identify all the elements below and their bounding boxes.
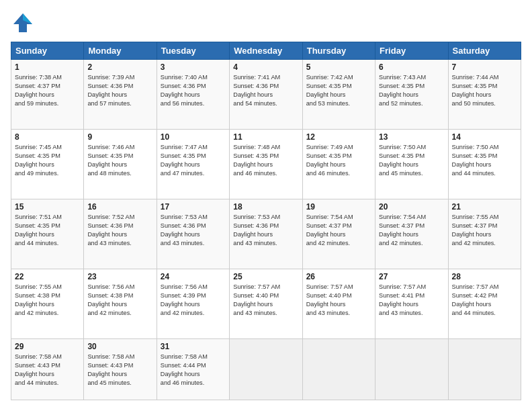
day-number: 5 xyxy=(306,62,371,72)
calendar-cell: 12 Sunrise: 7:49 AMSunset: 4:35 PMDaylig… xyxy=(302,130,375,199)
day-number: 10 xyxy=(161,132,226,142)
day-number: 24 xyxy=(161,272,226,281)
day-info: Sunrise: 7:50 AMSunset: 4:35 PMDaylight … xyxy=(452,144,499,177)
day-info: Sunrise: 7:54 AMSunset: 4:37 PMDaylight … xyxy=(306,214,353,246)
day-info: Sunrise: 7:57 AMSunset: 4:40 PMDaylight … xyxy=(306,283,353,316)
calendar-cell: 16 Sunrise: 7:52 AMSunset: 4:36 PMDaylig… xyxy=(84,199,157,269)
day-info: Sunrise: 7:57 AMSunset: 4:41 PMDaylight … xyxy=(379,283,426,316)
day-info: Sunrise: 7:56 AMSunset: 4:38 PMDaylight … xyxy=(87,283,134,316)
page: Sunday Monday Tuesday Wednesday Thursday… xyxy=(0,0,532,411)
calendar-cell: 1 Sunrise: 7:38 AMSunset: 4:37 PMDayligh… xyxy=(11,60,84,130)
day-number: 18 xyxy=(233,202,298,212)
calendar-cell xyxy=(230,339,302,400)
day-info: Sunrise: 7:43 AMSunset: 4:35 PMDaylight … xyxy=(379,74,426,107)
day-info: Sunrise: 7:39 AMSunset: 4:36 PMDaylight … xyxy=(87,74,134,107)
calendar-cell: 28 Sunrise: 7:57 AMSunset: 4:42 PMDaylig… xyxy=(448,269,521,339)
header xyxy=(11,11,521,35)
day-info: Sunrise: 7:42 AMSunset: 4:35 PMDaylight … xyxy=(306,74,353,107)
day-number: 27 xyxy=(379,272,444,281)
day-info: Sunrise: 7:55 AMSunset: 4:37 PMDaylight … xyxy=(452,214,499,246)
calendar-cell: 27 Sunrise: 7:57 AMSunset: 4:41 PMDaylig… xyxy=(375,269,448,339)
day-number: 11 xyxy=(233,132,298,142)
day-info: Sunrise: 7:44 AMSunset: 4:35 PMDaylight … xyxy=(452,74,499,107)
logo-icon xyxy=(11,11,35,35)
header-friday: Friday xyxy=(375,42,448,60)
day-info: Sunrise: 7:57 AMSunset: 4:42 PMDaylight … xyxy=(452,283,499,316)
calendar-cell: 11 Sunrise: 7:48 AMSunset: 4:35 PMDaylig… xyxy=(230,130,302,199)
calendar-cell: 14 Sunrise: 7:50 AMSunset: 4:35 PMDaylig… xyxy=(448,130,521,199)
day-info: Sunrise: 7:58 AMSunset: 4:43 PMDaylight … xyxy=(87,353,134,386)
day-number: 23 xyxy=(87,272,152,281)
calendar-cell: 13 Sunrise: 7:50 AMSunset: 4:35 PMDaylig… xyxy=(375,130,448,199)
day-info: Sunrise: 7:38 AMSunset: 4:37 PMDaylight … xyxy=(15,74,62,107)
calendar-cell: 4 Sunrise: 7:41 AMSunset: 4:36 PMDayligh… xyxy=(230,60,302,130)
calendar-cell: 26 Sunrise: 7:57 AMSunset: 4:40 PMDaylig… xyxy=(302,269,375,339)
day-number: 29 xyxy=(15,342,80,351)
day-number: 30 xyxy=(87,342,152,351)
day-info: Sunrise: 7:53 AMSunset: 4:36 PMDaylight … xyxy=(161,214,208,246)
calendar-cell: 3 Sunrise: 7:40 AMSunset: 4:36 PMDayligh… xyxy=(157,60,229,130)
header-monday: Monday xyxy=(84,42,157,60)
calendar-cell: 18 Sunrise: 7:53 AMSunset: 4:36 PMDaylig… xyxy=(230,199,302,269)
day-number: 31 xyxy=(161,342,226,351)
calendar-cell: 17 Sunrise: 7:53 AMSunset: 4:36 PMDaylig… xyxy=(157,199,229,269)
calendar-table: Sunday Monday Tuesday Wednesday Thursday… xyxy=(11,42,521,400)
header-thursday: Thursday xyxy=(302,42,375,60)
calendar-cell: 30 Sunrise: 7:58 AMSunset: 4:43 PMDaylig… xyxy=(84,339,157,400)
calendar-cell: 10 Sunrise: 7:47 AMSunset: 4:35 PMDaylig… xyxy=(157,130,229,199)
day-number: 14 xyxy=(452,132,517,142)
calendar-cell: 24 Sunrise: 7:56 AMSunset: 4:39 PMDaylig… xyxy=(157,269,229,339)
calendar-cell: 29 Sunrise: 7:58 AMSunset: 4:43 PMDaylig… xyxy=(11,339,84,400)
day-info: Sunrise: 7:54 AMSunset: 4:37 PMDaylight … xyxy=(379,214,426,246)
day-number: 2 xyxy=(87,62,152,72)
calendar-cell: 19 Sunrise: 7:54 AMSunset: 4:37 PMDaylig… xyxy=(302,199,375,269)
day-number: 15 xyxy=(15,202,80,212)
header-wednesday: Wednesday xyxy=(230,42,302,60)
calendar-cell: 15 Sunrise: 7:51 AMSunset: 4:35 PMDaylig… xyxy=(11,199,84,269)
day-info: Sunrise: 7:50 AMSunset: 4:35 PMDaylight … xyxy=(379,144,426,177)
day-info: Sunrise: 7:55 AMSunset: 4:38 PMDaylight … xyxy=(15,283,62,316)
calendar-cell: 22 Sunrise: 7:55 AMSunset: 4:38 PMDaylig… xyxy=(11,269,84,339)
day-info: Sunrise: 7:57 AMSunset: 4:40 PMDaylight … xyxy=(233,283,280,316)
logo xyxy=(11,11,38,35)
calendar-cell xyxy=(448,339,521,400)
day-info: Sunrise: 7:41 AMSunset: 4:36 PMDaylight … xyxy=(233,74,280,107)
day-number: 8 xyxy=(15,132,80,142)
day-info: Sunrise: 7:51 AMSunset: 4:35 PMDaylight … xyxy=(15,214,62,246)
header-saturday: Saturday xyxy=(448,42,521,60)
day-number: 25 xyxy=(233,272,298,281)
day-number: 12 xyxy=(306,132,371,142)
day-info: Sunrise: 7:52 AMSunset: 4:36 PMDaylight … xyxy=(87,214,134,246)
calendar-cell: 25 Sunrise: 7:57 AMSunset: 4:40 PMDaylig… xyxy=(230,269,302,339)
calendar-cell: 21 Sunrise: 7:55 AMSunset: 4:37 PMDaylig… xyxy=(448,199,521,269)
day-number: 20 xyxy=(379,202,444,212)
day-info: Sunrise: 7:45 AMSunset: 4:35 PMDaylight … xyxy=(15,144,62,177)
day-number: 28 xyxy=(452,272,517,281)
header-tuesday: Tuesday xyxy=(157,42,229,60)
day-info: Sunrise: 7:49 AMSunset: 4:35 PMDaylight … xyxy=(306,144,353,177)
calendar-cell: 5 Sunrise: 7:42 AMSunset: 4:35 PMDayligh… xyxy=(302,60,375,130)
day-info: Sunrise: 7:53 AMSunset: 4:36 PMDaylight … xyxy=(233,214,280,246)
calendar-cell: 6 Sunrise: 7:43 AMSunset: 4:35 PMDayligh… xyxy=(375,60,448,130)
calendar-cell: 23 Sunrise: 7:56 AMSunset: 4:38 PMDaylig… xyxy=(84,269,157,339)
day-info: Sunrise: 7:58 AMSunset: 4:43 PMDaylight … xyxy=(15,353,62,386)
day-info: Sunrise: 7:47 AMSunset: 4:35 PMDaylight … xyxy=(161,144,208,177)
header-sunday: Sunday xyxy=(11,42,84,60)
day-number: 17 xyxy=(161,202,226,212)
day-number: 21 xyxy=(452,202,517,212)
day-number: 19 xyxy=(306,202,371,212)
day-info: Sunrise: 7:40 AMSunset: 4:36 PMDaylight … xyxy=(161,74,208,107)
day-info: Sunrise: 7:58 AMSunset: 4:44 PMDaylight … xyxy=(161,353,208,386)
day-number: 13 xyxy=(379,132,444,142)
day-number: 7 xyxy=(452,62,517,72)
calendar-header-row: Sunday Monday Tuesday Wednesday Thursday… xyxy=(11,42,521,60)
calendar-cell: 20 Sunrise: 7:54 AMSunset: 4:37 PMDaylig… xyxy=(375,199,448,269)
day-info: Sunrise: 7:46 AMSunset: 4:35 PMDaylight … xyxy=(87,144,134,177)
day-number: 26 xyxy=(306,272,371,281)
calendar-cell: 7 Sunrise: 7:44 AMSunset: 4:35 PMDayligh… xyxy=(448,60,521,130)
day-info: Sunrise: 7:56 AMSunset: 4:39 PMDaylight … xyxy=(161,283,208,316)
calendar-cell xyxy=(375,339,448,400)
day-number: 4 xyxy=(233,62,298,72)
day-number: 22 xyxy=(15,272,80,281)
calendar-cell: 8 Sunrise: 7:45 AMSunset: 4:35 PMDayligh… xyxy=(11,130,84,199)
